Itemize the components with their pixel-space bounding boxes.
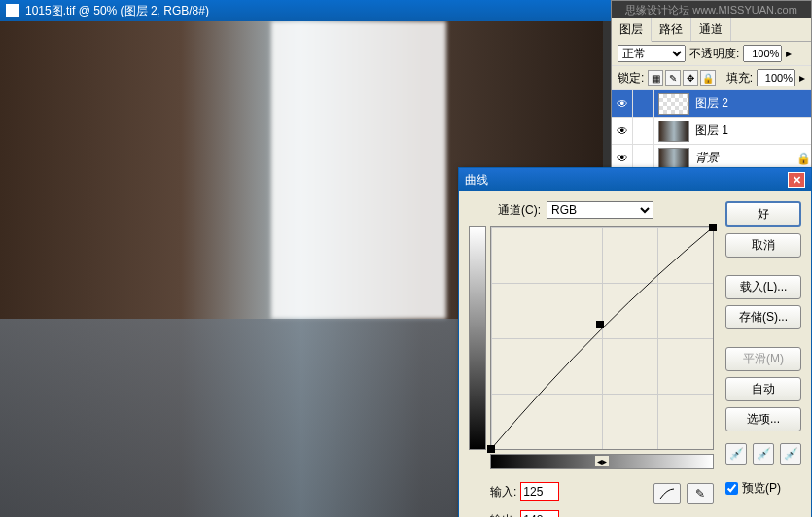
fill-label: 填充: [726, 70, 753, 86]
fill-input[interactable] [757, 69, 795, 86]
eye-icon: 👁 [617, 97, 628, 111]
visibility-toggle[interactable]: 👁 [612, 90, 633, 118]
dialog-titlebar[interactable]: 曲线 ✕ [459, 168, 811, 191]
close-button[interactable]: ✕ [788, 172, 805, 188]
black-eyedropper-icon[interactable]: 💉 [725, 443, 747, 465]
panel-tabs: 图层 路径 通道 [612, 18, 811, 42]
layers-panel: 思缘设计论坛 www.MISSYUAN.com 图层 路径 通道 正常 不透明度… [611, 0, 812, 173]
curve-tool-button[interactable] [653, 483, 681, 504]
document-icon [6, 4, 19, 17]
tab-layers[interactable]: 图层 [612, 18, 652, 42]
visibility-toggle[interactable]: 👁 [612, 118, 633, 145]
output-label: 输出: [490, 512, 516, 518]
eye-icon: 👁 [617, 124, 628, 138]
opacity-label: 不透明度: [689, 46, 739, 62]
layer-thumbnail [658, 93, 689, 115]
channel-select[interactable]: RGB [547, 201, 653, 219]
layer-name[interactable]: 图层 1 [693, 122, 811, 139]
layer-thumbnail [658, 148, 689, 169]
curve-point[interactable] [596, 321, 604, 328]
tab-channels[interactable]: 通道 [691, 18, 731, 41]
load-button[interactable]: 载入(L)... [725, 275, 801, 299]
blend-mode-select[interactable]: 正常 [618, 45, 686, 62]
preview-label: 预览(P) [742, 480, 781, 497]
channel-label: 通道(C): [498, 202, 541, 219]
lock-brush-icon[interactable]: ✎ [665, 70, 681, 86]
lock-transparent-icon[interactable]: ▦ [648, 70, 663, 86]
gray-eyedropper-icon[interactable]: 💉 [753, 443, 774, 465]
save-button[interactable]: 存储(S)... [725, 305, 801, 329]
watermark: 思缘设计论坛 www.MISSYUAN.com [612, 1, 811, 18]
layer-name[interactable]: 背景 [693, 150, 795, 166]
curve-grid[interactable] [490, 226, 714, 450]
opacity-arrow-icon[interactable]: ▸ [786, 47, 792, 60]
curves-dialog: 曲线 ✕ 通道(C): RGB [458, 167, 812, 517]
opacity-input[interactable] [743, 45, 782, 62]
layer-item[interactable]: 👁 图层 1 [612, 118, 811, 145]
auto-button[interactable]: 自动 [725, 377, 801, 401]
link-cell[interactable] [633, 118, 654, 145]
preview-checkbox[interactable] [725, 482, 738, 495]
layer-name[interactable]: 图层 2 [693, 95, 811, 112]
options-button[interactable]: 选项... [725, 407, 801, 431]
layer-thumbnail [658, 121, 689, 142]
curve-point[interactable] [487, 445, 495, 453]
lock-all-icon[interactable]: 🔒 [700, 70, 716, 86]
gradient-toggle-icon[interactable]: ◂▸ [595, 456, 609, 466]
link-cell[interactable] [633, 90, 654, 118]
smooth-button: 平滑(M) [725, 347, 801, 371]
cancel-button[interactable]: 取消 [725, 233, 801, 258]
fill-arrow-icon[interactable]: ▸ [799, 71, 805, 85]
input-label: 输入: [490, 484, 516, 500]
vertical-gradient [469, 226, 486, 450]
eye-icon: 👁 [617, 152, 628, 165]
curve-point[interactable] [709, 224, 717, 231]
white-eyedropper-icon[interactable]: 💉 [780, 443, 801, 465]
curve-path [491, 227, 713, 449]
ok-button[interactable]: 好 [725, 201, 801, 227]
dialog-title: 曲线 [465, 172, 488, 189]
lock-move-icon[interactable]: ✥ [683, 70, 698, 86]
output-value[interactable] [520, 510, 559, 517]
lock-icon: 🔒 [795, 152, 811, 165]
horizontal-gradient[interactable]: ◂▸ [490, 454, 714, 469]
document-title: 1015图.tif @ 50% (图层 2, RGB/8#) [25, 3, 209, 19]
tab-paths[interactable]: 路径 [652, 18, 691, 41]
pencil-tool-button[interactable]: ✎ [687, 483, 714, 504]
input-value[interactable] [520, 482, 559, 501]
lock-label: 锁定: [618, 70, 644, 86]
layer-item[interactable]: 👁 图层 2 [612, 90, 811, 118]
layer-list: 👁 图层 2 👁 图层 1 👁 背景 🔒 [612, 90, 811, 172]
